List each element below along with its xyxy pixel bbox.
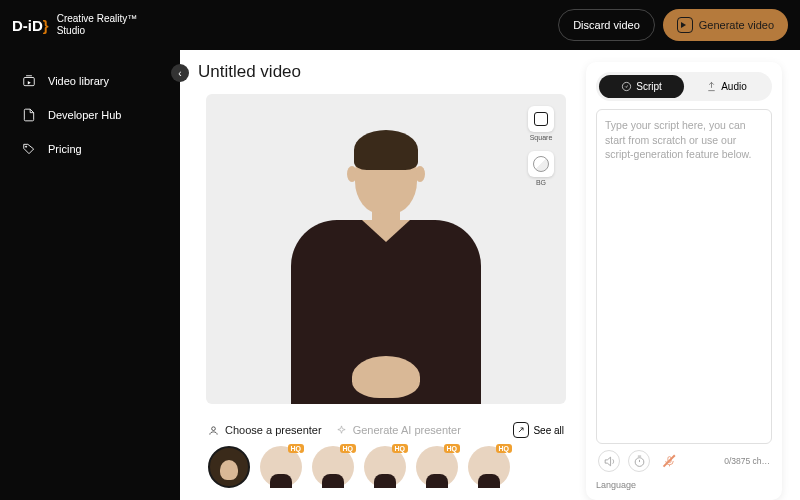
presenter-avatar[interactable]: HQ (416, 446, 458, 488)
video-title[interactable]: Untitled video (198, 62, 574, 82)
tab-script[interactable]: Script (599, 75, 684, 98)
mic-mute-button[interactable] (658, 450, 680, 472)
pricing-icon (22, 142, 36, 156)
generate-presenter-label: Generate AI presenter (353, 424, 461, 436)
sparkle-icon (336, 425, 347, 436)
workarea: Untitled video Square (180, 50, 800, 500)
hq-badge: HQ (392, 444, 409, 453)
background-icon (533, 156, 549, 172)
presenter-avatar[interactable]: HQ (364, 446, 406, 488)
presenter-avatar[interactable] (208, 446, 250, 488)
tool-label: Square (530, 134, 553, 141)
character-counter: 0/3875 ch… (724, 456, 770, 466)
sidebar-item-label: Developer Hub (48, 109, 121, 121)
script-panel: Script Audio Type your script here, you … (586, 62, 782, 500)
discard-video-button[interactable]: Discard video (558, 9, 655, 41)
speaker-button[interactable] (598, 450, 620, 472)
person-icon (208, 425, 219, 436)
sidebar-item-label: Pricing (48, 143, 82, 155)
sidebar-item-developer-hub[interactable]: Developer Hub (0, 98, 180, 132)
header-actions: Discard video Generate video (558, 9, 788, 41)
see-all-label: See all (533, 425, 564, 436)
presenter-strip: Choose a presenter Generate AI presenter… (198, 414, 574, 488)
generate-ai-presenter-tab[interactable]: Generate AI presenter (336, 424, 461, 436)
generate-video-button[interactable]: Generate video (663, 9, 788, 41)
presenter-avatar[interactable]: HQ (260, 446, 302, 488)
tab-audio-label: Audio (721, 81, 747, 92)
background-button[interactable]: BG (528, 151, 554, 186)
generate-video-label: Generate video (699, 19, 774, 31)
editor-column: Untitled video Square (198, 62, 574, 500)
timer-button[interactable] (628, 450, 650, 472)
script-icon (621, 81, 632, 92)
hq-badge: HQ (340, 444, 357, 453)
presenter-avatars: HQ HQ HQ HQ HQ (208, 446, 564, 488)
tab-audio[interactable]: Audio (684, 75, 769, 98)
logo-text: Creative Reality™ Studio (57, 13, 138, 37)
panel-footer: 0/3875 ch… (596, 444, 772, 474)
canvas-tools: Square BG (528, 106, 554, 186)
language-label: Language (596, 480, 772, 490)
main-layout: ‹ Video library Developer Hub Pricing Un… (0, 50, 800, 500)
hq-badge: HQ (444, 444, 461, 453)
tab-script-label: Script (636, 81, 662, 92)
collapse-sidebar-button[interactable]: ‹ (171, 64, 189, 82)
sidebar-item-pricing[interactable]: Pricing (0, 132, 180, 166)
svg-point-1 (26, 146, 27, 147)
svg-point-2 (212, 426, 216, 430)
sidebar-item-label: Video library (48, 75, 109, 87)
logo-mark: D-iD} (12, 17, 49, 34)
video-library-icon (22, 74, 36, 88)
video-canvas: Square BG (206, 94, 566, 404)
svg-rect-0 (24, 78, 35, 86)
sidebar: ‹ Video library Developer Hub Pricing (0, 50, 180, 500)
svg-rect-5 (667, 456, 670, 462)
hq-badge: HQ (288, 444, 305, 453)
speaker-icon (603, 455, 616, 468)
sidebar-item-video-library[interactable]: Video library (0, 64, 180, 98)
app-header: D-iD} Creative Reality™ Studio Discard v… (0, 0, 800, 50)
mic-icon (663, 455, 676, 468)
tool-label: BG (536, 179, 546, 186)
aspect-square-button[interactable]: Square (528, 106, 554, 141)
script-input[interactable]: Type your script here, you can start fro… (596, 109, 772, 444)
brand-logo: D-iD} Creative Reality™ Studio (12, 13, 137, 37)
presenter-strip-header: Choose a presenter Generate AI presenter… (208, 422, 564, 438)
presenter-avatar[interactable]: HQ (468, 446, 510, 488)
choose-presenter-tab[interactable]: Choose a presenter (208, 424, 322, 436)
hq-badge: HQ (496, 444, 513, 453)
presenter-avatar[interactable]: HQ (312, 446, 354, 488)
play-box-icon (677, 17, 693, 33)
choose-presenter-label: Choose a presenter (225, 424, 322, 436)
see-all-button[interactable]: See all (513, 422, 564, 438)
timer-icon (633, 455, 646, 468)
expand-icon (513, 422, 529, 438)
upload-icon (706, 81, 717, 92)
panel-tabs: Script Audio (596, 72, 772, 101)
square-icon (534, 112, 548, 126)
developer-hub-icon (22, 108, 36, 122)
presenter-preview (266, 114, 506, 404)
svg-point-4 (635, 457, 644, 466)
